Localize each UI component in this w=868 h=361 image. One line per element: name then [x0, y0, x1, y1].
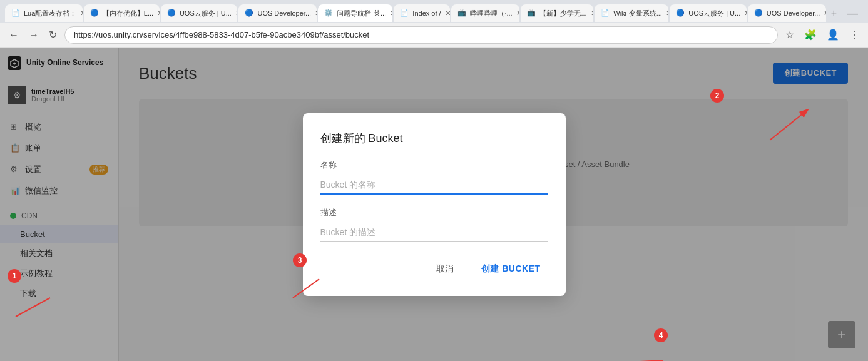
tab-dev[interactable]: 🔵 UOS Developer... ✕ — [238, 4, 317, 22]
tab-icon-4: 🔵 — [245, 9, 253, 18]
browser-chrome: 📄 Lua配置表存档： ✕ 🔵 【内存优化】L... ✕ 🔵 UOS云服务 | … — [0, 0, 868, 48]
tab-close-2[interactable]: ✕ — [157, 9, 160, 18]
refresh-button[interactable]: ↻ — [46, 26, 59, 43]
dialog-actions: 取消 创建 BUCKET — [320, 260, 548, 278]
tab-label-2: 【内存优化】L... — [103, 9, 153, 18]
extension-button[interactable]: 🧩 — [802, 28, 819, 42]
tab-icon-9: 📄 — [601, 9, 610, 18]
tab-label-8: 【新】少学无... — [539, 9, 586, 18]
bucket-desc-input[interactable] — [320, 223, 548, 242]
cancel-button[interactable]: 取消 — [429, 260, 461, 278]
tab-label-6: Index of / — [412, 9, 441, 17]
tab-close-5[interactable]: ✕ — [390, 9, 392, 18]
tab-close-8[interactable]: ✕ — [591, 9, 594, 18]
tab-icon-11: 🔵 — [754, 9, 763, 18]
tab-memory[interactable]: 🔵 【内存优化】L... ✕ — [84, 4, 160, 22]
tab-close-11[interactable]: ✕ — [824, 9, 825, 18]
desc-form-group: 描述 — [320, 207, 548, 242]
tab-close-3[interactable]: ✕ — [235, 9, 238, 18]
bucket-name-input[interactable] — [320, 176, 548, 195]
annotation-2: 2 — [710, 89, 724, 103]
desc-label: 描述 — [320, 207, 548, 218]
tab-icon: 📄 — [11, 9, 20, 18]
tab-dev2[interactable]: 🔵 UOS Developer... ✕ — [748, 4, 826, 22]
modal-overlay: 创建新的 Bucket 名称 描述 取消 创建 BUCKET — [0, 48, 868, 361]
forward-button[interactable]: → — [26, 27, 41, 43]
name-label: 名称 — [320, 160, 548, 171]
tab-icon-10: 🔵 — [676, 9, 685, 18]
tab-nav[interactable]: ⚙️ 问题导航栏-菜... ✕ — [318, 4, 392, 22]
tab-close-6[interactable]: ✕ — [445, 9, 451, 18]
tab-label-11: UOS Developer... — [767, 9, 820, 17]
dialog-title: 创建新的 Bucket — [320, 131, 548, 146]
more-button[interactable]: ⋮ — [847, 28, 862, 42]
tab-close-7[interactable]: ✕ — [516, 9, 520, 18]
minimize-button[interactable]: — — [842, 7, 863, 20]
tab-label-9: Wiki-变量系统... — [613, 9, 662, 18]
profile-button[interactable]: 👤 — [824, 28, 842, 42]
tab-label-3: UOS云服务 | U... — [180, 9, 232, 18]
tab-close-4[interactable]: ✕ — [315, 9, 317, 18]
address-bar[interactable] — [64, 26, 778, 44]
back-button[interactable]: ← — [6, 27, 21, 43]
tab-index[interactable]: 📄 Index of / ✕ — [394, 4, 450, 22]
tab-label-4: UOS Developer... — [257, 9, 311, 17]
tab-icon-2: 🔵 — [90, 9, 99, 18]
tab-close-9[interactable]: ✕ — [666, 9, 668, 18]
tab-label: Lua配置表存档： — [24, 9, 76, 18]
tab-uos2[interactable]: 🔵 UOS云服务 | U... ✕ — [670, 4, 747, 22]
new-tab-button[interactable]: + — [827, 8, 840, 19]
tab-bar: 📄 Lua配置表存档： ✕ 🔵 【内存优化】L... ✕ 🔵 UOS云服务 | … — [0, 0, 868, 23]
annotation-4: 4 — [654, 328, 668, 342]
tab-wiki[interactable]: 📄 Wiki-变量系统... ✕ — [595, 4, 668, 22]
nav-bar: ← → ↻ ☆ 🧩 👤 ⋮ — [0, 23, 868, 48]
tab-lua[interactable]: 📄 Lua配置表存档： ✕ — [5, 4, 83, 22]
tab-icon-7: 📺 — [457, 9, 466, 18]
bookmark-button[interactable]: ☆ — [783, 28, 797, 42]
name-form-group: 名称 — [320, 160, 548, 195]
tab-close[interactable]: ✕ — [80, 9, 82, 18]
tab-label-10: UOS云服务 | U... — [688, 9, 740, 18]
tab-icon-8: 📺 — [527, 9, 536, 18]
tab-bili[interactable]: 📺 哔哩哔哩（·... ✕ — [451, 4, 519, 22]
tab-new-bili[interactable]: 📺 【新】少学无... ✕ — [521, 4, 593, 22]
tab-uos[interactable]: 🔵 UOS云服务 | U... ✕ — [161, 4, 238, 22]
tab-label-7: 哔哩哔哩（·... — [470, 9, 512, 18]
create-bucket-dialog: 创建新的 Bucket 名称 描述 取消 创建 BUCKET — [303, 113, 566, 296]
tab-close-10[interactable]: ✕ — [744, 9, 747, 18]
submit-create-button[interactable]: 创建 BUCKET — [474, 260, 548, 278]
tab-icon-5: ⚙️ — [324, 9, 333, 18]
tab-icon-6: 📄 — [400, 9, 409, 18]
tab-label-5: 问题导航栏-菜... — [337, 9, 386, 18]
annotation-1: 1 — [8, 269, 21, 283]
tab-icon-3: 🔵 — [167, 9, 176, 18]
annotation-3: 3 — [293, 253, 307, 267]
